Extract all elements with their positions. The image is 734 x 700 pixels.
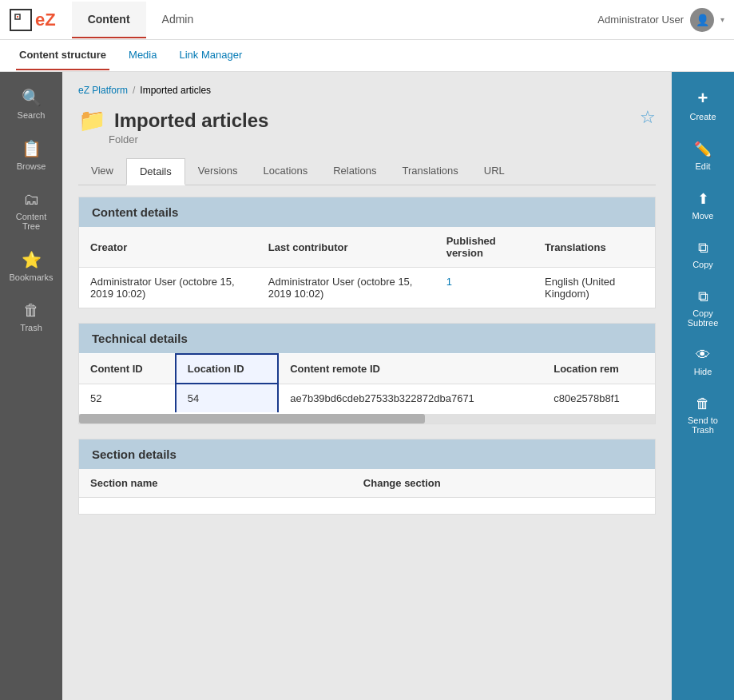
- sidebar-item-browse[interactable]: 📋 Browse: [0, 129, 62, 181]
- tab-url[interactable]: URL: [471, 158, 518, 185]
- logo-icon: [10, 9, 32, 31]
- technical-details-body: Content ID Location ID Content remote ID…: [79, 353, 655, 424]
- content-details-section: Content details Creator Last contributor…: [78, 197, 656, 308]
- send-to-trash-icon: 🗑: [696, 396, 710, 412]
- content-details-body: Creator Last contributor Published versi…: [79, 227, 655, 308]
- right-sidebar-copy-label: Copy: [692, 260, 713, 269]
- main-content-area: eZ Platform / Imported articles 📁 Import…: [62, 72, 672, 700]
- right-sidebar-move[interactable]: ⬆ Move: [672, 181, 734, 230]
- technical-details-section: Technical details Content ID Location ID…: [78, 323, 656, 424]
- right-sidebar-send-to-trash[interactable]: 🗑 Send to Trash: [672, 386, 734, 444]
- table-row: [79, 498, 655, 515]
- tab-translations[interactable]: Translations: [389, 158, 470, 185]
- left-sidebar: 🔍 Search 📋 Browse 🗂 Content Tree ⭐ Bookm…: [0, 72, 62, 700]
- sub-nav-media[interactable]: Media: [125, 41, 160, 70]
- cell-content-id: 52: [79, 384, 176, 412]
- hide-icon: 👁: [696, 347, 710, 364]
- cell-location-id: 54: [176, 384, 278, 412]
- col-creator: Creator: [79, 227, 257, 268]
- col-content-id: Content ID: [79, 354, 176, 384]
- sidebar-item-content-tree[interactable]: 🗂 Content Tree: [0, 181, 62, 241]
- sidebar-item-search[interactable]: 🔍 Search: [0, 78, 62, 129]
- cell-section-name: [79, 498, 352, 515]
- nav-tab-content[interactable]: Content: [72, 2, 146, 38]
- breadcrumb-ez-platform[interactable]: eZ Platform: [78, 85, 128, 96]
- section-details-header: Section details: [79, 439, 655, 469]
- right-sidebar-create[interactable]: + Create: [672, 78, 734, 131]
- col-last-contributor: Last contributor: [257, 227, 435, 268]
- sub-nav-link-manager[interactable]: Link Manager: [176, 41, 245, 70]
- cell-published-version: 1: [435, 268, 534, 308]
- breadcrumb: eZ Platform / Imported articles: [78, 85, 656, 96]
- main-layout: 🔍 Search 📋 Browse 🗂 Content Tree ⭐ Bookm…: [0, 72, 734, 700]
- sidebar-item-bookmarks[interactable]: ⭐ Bookmarks: [0, 241, 62, 292]
- cell-change-section: [352, 498, 655, 515]
- user-area: Administrator User 👤 ▾: [597, 8, 724, 32]
- right-sidebar-send-to-trash-label: Send to Trash: [676, 416, 729, 435]
- favorite-star-icon[interactable]: ☆: [640, 107, 656, 128]
- sidebar-label-browse: Browse: [17, 161, 46, 171]
- top-navbar: eZ Content Admin Administrator User 👤 ▾: [0, 0, 734, 40]
- section-details-section: Section details Section name Change sect…: [78, 439, 656, 515]
- content-tree-icon: 🗂: [23, 190, 39, 209]
- user-avatar: 👤: [690, 8, 714, 32]
- logo-area: eZ: [10, 9, 56, 31]
- copy-icon: ⧉: [698, 240, 708, 257]
- right-sidebar-copy-subtree[interactable]: ⧉ Copy Subtree: [672, 279, 734, 337]
- right-sidebar-copy-subtree-label: Copy Subtree: [676, 308, 729, 328]
- content-tabs: View Details Versions Locations Relation…: [78, 158, 656, 185]
- col-location-remote-id: Location rem: [542, 354, 655, 384]
- technical-details-table: Content ID Location ID Content remote ID…: [79, 353, 655, 412]
- top-nav-tabs: Content Admin: [72, 2, 210, 38]
- logo-text: eZ: [35, 10, 56, 30]
- chevron-down-icon[interactable]: ▾: [720, 15, 724, 24]
- right-sidebar-move-label: Move: [692, 211, 714, 221]
- search-icon: 🔍: [22, 88, 42, 107]
- tab-view[interactable]: View: [78, 158, 126, 185]
- table-row: 52 54 ae7b39bd6cdeb27533b322872dba7671 c…: [79, 384, 655, 412]
- trash-icon: 🗑: [23, 301, 39, 320]
- cell-location-remote-id: c80e2578b8f1: [542, 384, 655, 412]
- breadcrumb-current: Imported articles: [140, 85, 211, 96]
- page-title: Imported articles: [114, 109, 268, 132]
- sidebar-label-trash: Trash: [20, 323, 42, 332]
- horizontal-scrollbar[interactable]: [79, 414, 655, 424]
- col-translations: Translations: [534, 227, 655, 268]
- content-details-table: Creator Last contributor Published versi…: [79, 227, 655, 308]
- sidebar-label-content-tree: Content Tree: [6, 212, 56, 231]
- tab-versions[interactable]: Versions: [185, 158, 251, 185]
- col-change-section: Change section: [352, 469, 655, 498]
- sidebar-label-bookmarks: Bookmarks: [9, 272, 53, 282]
- col-location-id: Location ID: [176, 354, 278, 384]
- right-sidebar-copy[interactable]: ⧉ Copy: [672, 230, 734, 279]
- user-name: Administrator User: [597, 14, 684, 26]
- content-type-label: Folder: [109, 133, 268, 145]
- bookmarks-icon: ⭐: [22, 250, 42, 269]
- right-sidebar-hide-label: Hide: [694, 367, 712, 376]
- right-sidebar-hide[interactable]: 👁 Hide: [672, 337, 734, 386]
- col-section-name: Section name: [79, 469, 352, 498]
- nav-tab-admin[interactable]: Admin: [146, 2, 210, 38]
- tab-details[interactable]: Details: [126, 158, 185, 185]
- col-content-remote-id: Content remote ID: [278, 354, 542, 384]
- section-details-body: Section name Change section: [79, 469, 655, 514]
- right-sidebar-edit-label: Edit: [696, 161, 711, 171]
- right-sidebar-edit[interactable]: ✏️ Edit: [672, 131, 734, 181]
- right-sidebar: + Create ✏️ Edit ⬆ Move ⧉ Copy ⧉ Copy Su…: [672, 72, 734, 700]
- breadcrumb-separator: /: [133, 85, 135, 96]
- create-icon: +: [698, 88, 708, 109]
- tab-locations[interactable]: Locations: [251, 158, 321, 185]
- page-header: 📁 Imported articles Folder ☆: [78, 107, 656, 145]
- col-published-version: Published version: [435, 227, 534, 268]
- section-details-table: Section name Change section: [79, 469, 655, 514]
- sub-nav-content-structure[interactable]: Content structure: [16, 41, 109, 70]
- published-version-link[interactable]: 1: [446, 276, 452, 288]
- sidebar-label-search: Search: [18, 110, 46, 120]
- folder-icon: 📁: [78, 107, 106, 133]
- browse-icon: 📋: [22, 139, 42, 158]
- technical-details-header: Technical details: [79, 324, 655, 353]
- sidebar-item-trash[interactable]: 🗑 Trash: [0, 292, 62, 342]
- tab-relations[interactable]: Relations: [320, 158, 389, 185]
- move-icon: ⬆: [697, 190, 709, 208]
- sub-navbar: Content structure Media Link Manager: [0, 40, 734, 72]
